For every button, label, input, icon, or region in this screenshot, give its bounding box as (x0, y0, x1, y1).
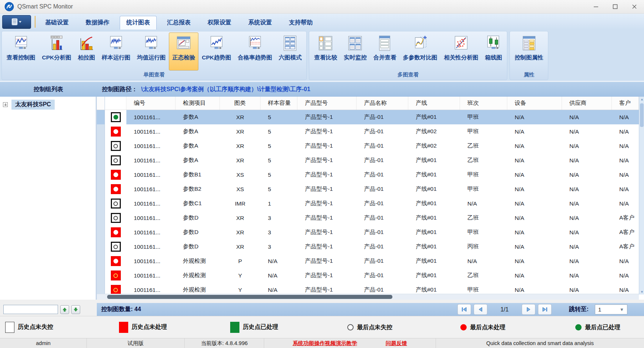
column-header-班次[interactable]: 班次 (460, 97, 507, 110)
prev-page-button[interactable] (474, 304, 487, 315)
table-row[interactable]: 1001161...参数DXR3产品型号-1产品-01产线#01甲班N/AN/A… (97, 225, 644, 240)
ribbon-button-合并查看[interactable]: 合并查看 (370, 32, 399, 71)
cell-图类: XS (220, 168, 260, 182)
table-row[interactable]: 1001161...参数AXR5产品型号-1产品-01产线#02甲班N/AN/A… (97, 124, 644, 139)
table-row[interactable]: 1001161...参数B2XS5产品型号-1产品-01产线#01甲班N/AN/… (97, 182, 644, 196)
last-page-button[interactable] (538, 304, 552, 315)
tree-expander-icon[interactable] (3, 102, 8, 107)
cell-供应商: N/A (562, 139, 612, 153)
column-header-编号[interactable]: 编号 (126, 97, 176, 110)
ribbon-button-六图模式[interactable]: 六图模式 (275, 32, 305, 71)
minimize-button[interactable] (586, 0, 606, 13)
cell-产品名称: 产品-01 (357, 240, 408, 254)
column-header-产品名称[interactable]: 产品名称 (357, 97, 408, 110)
table-row[interactable]: 1001161...参数C1IMR1产品型号-1产品-01产线#01N/AN/A… (97, 196, 644, 211)
cell-编号: 1001161... (126, 153, 176, 168)
cell-编号: 1001161... (126, 225, 176, 240)
horizontal-scrollbar-thumb[interactable] (107, 295, 392, 299)
table-row[interactable]: 1001161...外观检测YN/A产品型号-1产品-01产线#01甲班N/AN… (97, 283, 644, 294)
maximize-button[interactable] (606, 0, 625, 13)
next-page-button[interactable] (522, 304, 535, 315)
column-header-供应商[interactable]: 供应商 (562, 97, 612, 110)
normality-icon (176, 35, 192, 51)
menu-tab-数据操作[interactable]: 数据操作 (79, 16, 116, 30)
column-header-产线[interactable]: 产线 (408, 97, 460, 110)
cell-产品名称: 产品-01 (357, 254, 408, 268)
menu-tab-支持帮助[interactable]: 支持帮助 (282, 16, 319, 30)
ribbon-button-查看控制图[interactable]: 查看控制图 (3, 32, 39, 71)
ribbon-button-相关性分析图[interactable]: 相关性分析图 (440, 32, 481, 71)
column-header-设备[interactable]: 设备 (507, 97, 562, 110)
ribbon-button-CPK趋势图[interactable]: CPK趋势图 (198, 32, 234, 71)
table-row[interactable]: 1001161...参数B1XS5产品型号-1产品-01产线#01甲班N/AN/… (97, 168, 644, 182)
scroll-up-icon[interactable]: ▲ (640, 98, 643, 101)
cell-产线: 产线#01 (408, 168, 460, 182)
row-status-cell (105, 168, 126, 182)
menu-separator (35, 16, 35, 28)
cell-样本容量: 3 (260, 225, 297, 240)
tree-node-root[interactable]: 太友科技SPC (0, 100, 96, 110)
menu-tab-系统设置[interactable]: 系统设置 (242, 16, 279, 30)
status-square-white-icon (111, 242, 121, 252)
jump-to-page-select[interactable]: 1 ▼ (595, 304, 627, 314)
video-tutorial-link[interactable]: 系统功能操作视频演示教学 (293, 340, 357, 347)
table-row[interactable]: 1001161...参数DXR3产品型号-1产品-01产线#01丙班N/AN/A… (97, 240, 644, 254)
boxplot-icon (485, 35, 502, 51)
column-header-样本容量[interactable]: 样本容量 (260, 97, 297, 110)
move-down-button[interactable] (71, 305, 80, 314)
column-header-检测项目[interactable]: 检测项目 (176, 97, 220, 110)
table-row[interactable]: 1001161...参数AXR5产品型号-1产品-01产线#02乙班N/AN/A… (97, 139, 644, 153)
vertical-scrollbar-thumb[interactable] (640, 103, 644, 127)
spacer (0, 300, 644, 303)
cell-产品名称: 产品-01 (357, 283, 408, 294)
table-row[interactable]: 1001161...参数AXR5产品型号-1产品-01产线#01甲班N/AN/A… (97, 110, 644, 124)
ribbon-button-样本运行图[interactable]: 样本运行图 (98, 32, 134, 71)
scroll-down-icon[interactable]: ▼ (640, 290, 643, 293)
table-row[interactable]: 1001161...外观检测YN/A产品型号-1产品-01产线#01乙班N/AN… (97, 268, 644, 283)
cell-班次: 乙班 (460, 153, 507, 168)
ribbon-button-多参数对比图[interactable]: 多参数对比图 (399, 32, 440, 71)
ribbon-button-实时监控[interactable]: 实时监控 (340, 32, 370, 71)
ribbon-button-控制图属性[interactable]: 控制图属性 (511, 32, 547, 71)
ribbon-button-合格率趋势图[interactable]: 合格率趋势图 (234, 32, 275, 71)
vertical-scrollbar[interactable]: ▲ ▼ (639, 97, 644, 294)
status-square-red-icon (111, 184, 121, 194)
ribbon-button-label: 柏拉图 (78, 54, 95, 62)
legend-circle-icon (575, 324, 582, 330)
menu-tab-基础设置[interactable]: 基础设置 (38, 16, 75, 30)
column-header-客户[interactable]: 客户 (612, 97, 639, 110)
status-circle-hollow-dark-icon (113, 144, 118, 148)
ribbon-button-label: CPK分析图 (42, 54, 71, 62)
search-input[interactable] (3, 305, 58, 314)
column-header-图类[interactable]: 图类 (220, 97, 260, 110)
cell-产线: 产线#01 (408, 240, 460, 254)
app-menu-button[interactable] (2, 15, 31, 29)
cell-班次: 甲班 (460, 124, 507, 139)
feedback-link[interactable]: 问题反馈 (386, 340, 407, 347)
chevron-down-icon: ▼ (620, 307, 624, 312)
ribbon-button-箱线图[interactable]: 箱线图 (481, 32, 505, 71)
move-up-button[interactable] (60, 305, 69, 314)
ribbon-button-CPK分析图[interactable]: CPK分析图 (39, 32, 75, 71)
row-gutter (97, 139, 105, 153)
cell-产品名称: 产品-01 (357, 182, 408, 196)
row-status-cell (105, 153, 126, 168)
first-page-button[interactable] (457, 304, 471, 315)
ribbon-button-均值运行图[interactable]: 均值运行图 (134, 32, 169, 71)
menu-tab-权限设置[interactable]: 权限设置 (201, 16, 238, 30)
close-button[interactable] (625, 0, 644, 13)
cell-客户: N/A (612, 196, 639, 211)
cell-供应商: N/A (562, 196, 612, 211)
column-header-产品型号[interactable]: 产品型号 (297, 97, 357, 110)
horizontal-scrollbar[interactable] (97, 294, 639, 300)
legend-item-最后点未失控: 最后点未失控 (347, 323, 392, 331)
table-row[interactable]: 1001161...参数AXR5产品型号-1产品-01产线#01乙班N/AN/A… (97, 153, 644, 168)
menu-tab-统计图表[interactable]: 统计图表 (120, 16, 157, 30)
ribbon-button-查看比较[interactable]: 查看比较 (311, 32, 340, 71)
ribbon-button-柏拉图[interactable]: 柏拉图 (75, 32, 99, 71)
table-row[interactable]: 1001161...外观检测PN/A产品型号-1产品-01产线#01N/AN/A… (97, 254, 644, 268)
ribbon-button-正态检验[interactable]: 正态检验 (169, 32, 198, 71)
cell-供应商: N/A (562, 153, 612, 168)
table-row[interactable]: 1001161...参数DXR3产品型号-1产品-01产线#01乙班N/AN/A… (97, 211, 644, 225)
menu-tab-汇总报表[interactable]: 汇总报表 (160, 16, 197, 30)
